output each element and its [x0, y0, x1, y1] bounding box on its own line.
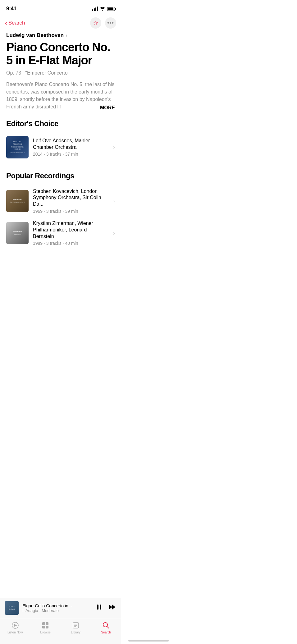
work-title: Piano Concerto No. 5 in E-Flat Major: [6, 41, 115, 67]
editors-choice-section: Editor's Choice LEIF OVE ANDSNES THE BEE…: [6, 119, 115, 162]
recording2-chevron-icon: ›: [113, 230, 115, 236]
artist-chevron-icon: ›: [66, 33, 67, 38]
status-time: 9:41: [6, 6, 16, 12]
back-button[interactable]: ‹ Search: [5, 20, 25, 27]
back-label: Search: [8, 20, 25, 26]
back-chevron-icon: ‹: [5, 20, 7, 27]
signal-icon: [92, 7, 98, 11]
favorite-button[interactable]: ☆: [90, 17, 101, 29]
recording1-meta: 1969 · 3 tracks · 39 min: [33, 209, 109, 214]
recording2-meta: 1989 · 3 tracks · 40 min: [33, 241, 109, 246]
editors-choice-item[interactable]: LEIF OVE ANDSNES THE BEETHOVEN JOURNEY P…: [6, 133, 115, 162]
editors-choice-header: Editor's Choice: [6, 119, 115, 128]
star-icon: ☆: [93, 20, 98, 26]
recording1-info: Stephen Kovacevich, London Symphony Orch…: [33, 188, 109, 214]
more-button[interactable]: MORE: [98, 105, 115, 111]
artist-name: Ludwig van Beethoven: [6, 32, 64, 39]
main-content: Ludwig van Beethoven › Piano Concerto No…: [0, 32, 121, 308]
wifi-icon: [100, 6, 105, 11]
dots-icon: •••: [107, 20, 114, 26]
editors-choice-info: Leif Ove Andsnes, Mahler Chamber Orchest…: [33, 138, 109, 157]
popular-recordings-header: Popular Recordings: [6, 171, 115, 180]
status-icons: [92, 6, 115, 11]
recording-item-1[interactable]: Beethoven Piano Concerto No. 5 Stephen K…: [6, 185, 115, 217]
more-button[interactable]: •••: [105, 17, 116, 29]
battery-icon: [107, 7, 115, 11]
editors-choice-thumb-text: LEIF OVE ANDSNES THE BEETHOVEN JOURNEY P…: [6, 138, 29, 157]
nav-bar: ‹ Search ☆ •••: [0, 15, 121, 32]
artist-link[interactable]: Ludwig van Beethoven ›: [6, 32, 115, 39]
recording1-thumb: Beethoven Piano Concerto No. 5: [6, 190, 29, 212]
editors-choice-chevron-icon: ›: [113, 144, 115, 150]
editors-choice-thumb: LEIF OVE ANDSNES THE BEETHOVEN JOURNEY P…: [6, 136, 29, 158]
recording1-title: Stephen Kovacevich, London Symphony Orch…: [33, 188, 109, 208]
status-bar: 9:41: [0, 0, 121, 15]
recording2-info: Krystian Zimerman, Wiener Philharmoniker…: [33, 220, 109, 246]
popular-recordings-section: Popular Recordings Beethoven Piano Conce…: [6, 171, 115, 249]
recording2-title: Krystian Zimerman, Wiener Philharmoniker…: [33, 220, 109, 240]
recording1-chevron-icon: ›: [113, 198, 115, 204]
editors-choice-title: Leif Ove Andsnes, Mahler Chamber Orchest…: [33, 138, 109, 151]
nav-actions: ☆ •••: [90, 17, 116, 29]
description-block: Beethoven's Piano Concerto No. 5, the la…: [6, 81, 115, 111]
work-subtitle: Op. 73 · "Emperor Concerto": [6, 70, 115, 76]
recording2-thumb: Zimerman Bernstein: [6, 222, 29, 244]
editors-choice-meta: 2014 · 3 tracks · 37 min: [33, 152, 109, 157]
recording-item-2[interactable]: Zimerman Bernstein Krystian Zimerman, Wi…: [6, 217, 115, 249]
